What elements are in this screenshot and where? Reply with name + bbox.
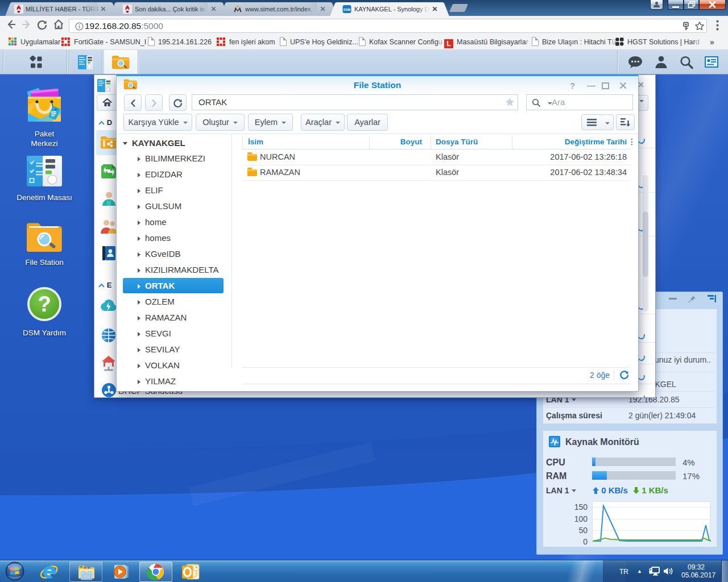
svg-text:DSM: DSM <box>344 8 350 11</box>
svg-text:?: ? <box>38 292 51 316</box>
